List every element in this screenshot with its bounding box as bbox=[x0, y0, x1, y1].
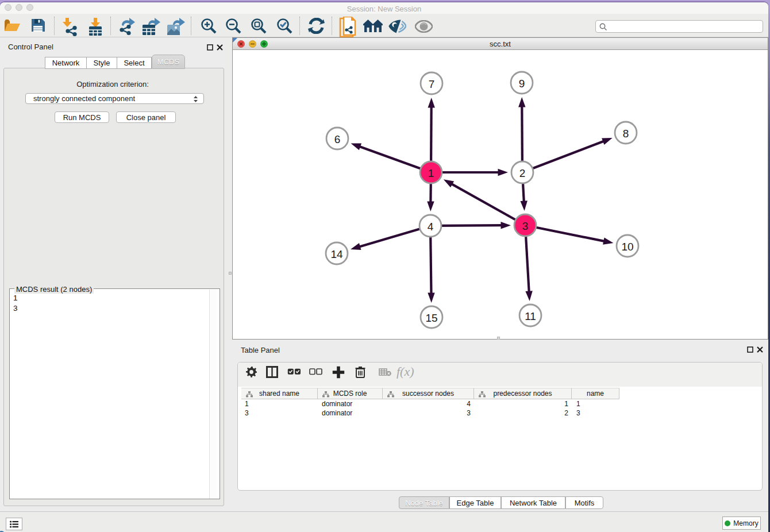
svg-text:2: 2 bbox=[519, 167, 526, 179]
svg-text:11: 11 bbox=[525, 310, 536, 322]
svg-text:9: 9 bbox=[519, 78, 525, 90]
svg-text:1: 1 bbox=[428, 167, 434, 179]
svg-text:14: 14 bbox=[330, 248, 343, 260]
svg-text:7: 7 bbox=[429, 78, 435, 90]
svg-text:6: 6 bbox=[334, 133, 341, 145]
svg-text:15: 15 bbox=[425, 312, 437, 324]
svg-text:3: 3 bbox=[522, 220, 529, 232]
svg-text:8: 8 bbox=[623, 128, 629, 140]
svg-text:4: 4 bbox=[428, 221, 434, 233]
svg-text:10: 10 bbox=[621, 241, 633, 253]
